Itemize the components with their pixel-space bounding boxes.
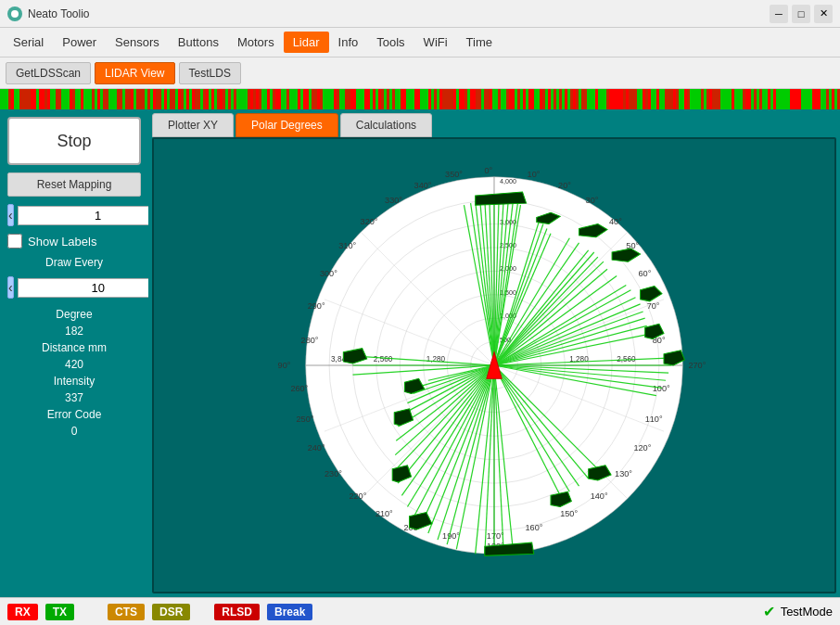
svg-rect-208	[576, 89, 579, 109]
svg-rect-215	[595, 89, 598, 109]
badge-break: Break	[267, 604, 312, 620]
minimize-button[interactable]: ─	[770, 5, 788, 23]
svg-rect-105	[289, 89, 292, 109]
svg-text:30°: 30°	[586, 196, 599, 205]
sub-lidarview[interactable]: LIDAR View	[95, 62, 174, 84]
svg-rect-297	[823, 89, 826, 109]
svg-rect-157	[434, 89, 437, 109]
tab-polardegrees[interactable]: Polar Degrees	[235, 113, 338, 137]
svg-rect-133	[367, 89, 370, 109]
sub-getldsscan[interactable]: GetLDSScan	[6, 62, 91, 84]
svg-rect-138	[381, 89, 384, 109]
tab-plotterxy[interactable]: Plotter XY	[152, 113, 234, 137]
left-panel: Stop Reset Mapping ‹ › Show Labels Draw …	[0, 109, 148, 597]
svg-rect-3	[6, 89, 8, 109]
error-label: Error Code	[7, 406, 141, 423]
svg-rect-246	[681, 89, 684, 109]
svg-rect-45	[122, 89, 125, 109]
svg-rect-181	[501, 89, 503, 109]
svg-rect-19	[50, 89, 53, 109]
svg-rect-212	[587, 89, 590, 109]
menu-bar: Serial Power Sensors Buttons Motors Lida…	[0, 28, 840, 57]
svg-rect-230	[637, 89, 640, 109]
svg-text:250°: 250°	[297, 415, 314, 424]
svg-rect-182	[503, 89, 506, 109]
close-button[interactable]: ✕	[814, 5, 833, 23]
svg-rect-89	[245, 89, 248, 109]
svg-rect-194	[537, 89, 540, 109]
svg-rect-295	[818, 89, 821, 109]
svg-rect-187	[517, 89, 520, 109]
svg-rect-239	[662, 89, 665, 109]
menu-motors[interactable]: Motors	[228, 32, 284, 53]
svg-rect-125	[345, 89, 348, 109]
svg-rect-29	[78, 89, 81, 109]
status-right: ✔ TestMode	[763, 603, 833, 620]
show-labels-checkbox[interactable]	[7, 234, 22, 249]
stop-button[interactable]: Stop	[7, 117, 141, 165]
svg-rect-55	[150, 89, 153, 109]
svg-rect-99	[273, 89, 275, 109]
svg-rect-264	[732, 89, 734, 109]
svg-rect-154	[426, 89, 428, 109]
svg-rect-23	[61, 89, 64, 109]
menu-lidar[interactable]: Lidar	[284, 32, 329, 53]
svg-rect-251	[695, 89, 698, 109]
menu-wifi[interactable]: WiFi	[414, 32, 457, 53]
svg-rect-190	[526, 89, 528, 109]
svg-rect-301	[834, 89, 837, 109]
svg-rect-196	[542, 89, 545, 109]
svg-rect-161	[445, 89, 448, 109]
degree-label: Degree	[7, 306, 141, 323]
svg-rect-77	[211, 89, 214, 109]
title-bar: Neato Toolio ─ □ ✕	[0, 0, 840, 28]
svg-rect-290	[804, 89, 807, 109]
svg-rect-289	[801, 89, 804, 109]
svg-rect-249	[690, 89, 693, 109]
svg-rect-50	[136, 89, 139, 109]
svg-rect-176	[487, 89, 490, 109]
svg-rect-147	[406, 89, 409, 109]
svg-rect-65	[178, 89, 181, 109]
svg-rect-148	[409, 89, 412, 109]
svg-rect-103	[284, 89, 286, 109]
sub-testlds[interactable]: TestLDS	[179, 62, 241, 84]
show-labels-text: Show Labels	[28, 235, 96, 249]
svg-rect-39	[106, 89, 108, 109]
svg-rect-253	[701, 89, 704, 109]
data-strip	[0, 89, 840, 109]
menu-tools[interactable]: Tools	[367, 32, 414, 53]
svg-rect-28	[75, 89, 78, 109]
menu-sensors[interactable]: Sensors	[106, 32, 169, 53]
reset-button[interactable]: Reset Mapping	[7, 172, 141, 197]
menu-time[interactable]: Time	[457, 32, 502, 53]
svg-rect-90	[248, 89, 250, 109]
svg-rect-13	[33, 89, 36, 109]
svg-rect-226	[626, 89, 629, 109]
svg-rect-33	[89, 89, 92, 109]
svg-rect-104	[286, 89, 289, 109]
main-content: Stop Reset Mapping ‹ › Show Labels Draw …	[0, 109, 840, 597]
menu-info[interactable]: Info	[329, 32, 368, 53]
maximize-button[interactable]: □	[792, 5, 810, 23]
svg-text:320°: 320°	[361, 217, 378, 226]
menu-buttons[interactable]: Buttons	[169, 32, 228, 53]
svg-rect-271	[751, 89, 754, 109]
title-bar-left: Neato Toolio	[7, 6, 90, 21]
draw-decrement[interactable]: ‹	[7, 276, 14, 299]
menu-serial[interactable]: Serial	[4, 32, 53, 53]
svg-rect-130	[359, 89, 362, 109]
svg-rect-261	[723, 89, 726, 109]
svg-rect-222	[615, 89, 617, 109]
svg-rect-100	[275, 89, 278, 109]
svg-rect-250	[693, 89, 695, 109]
svg-rect-151	[417, 89, 420, 109]
svg-rect-18	[47, 89, 50, 109]
counter-decrement[interactable]: ‹	[7, 204, 14, 226]
svg-rect-153	[423, 89, 426, 109]
svg-rect-211	[584, 89, 587, 109]
svg-rect-98	[270, 89, 273, 109]
svg-rect-47	[128, 89, 131, 109]
tab-calculations[interactable]: Calculations	[340, 113, 432, 137]
menu-power[interactable]: Power	[53, 32, 106, 53]
